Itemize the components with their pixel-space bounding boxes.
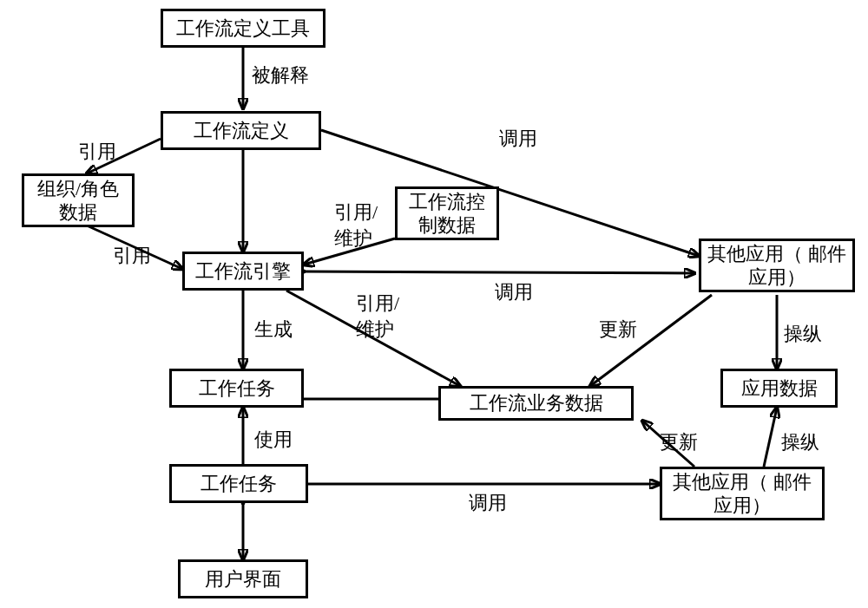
lbl-update-1: 更新 (599, 317, 637, 343)
box-other-app2: 其他应用（ 邮件 应用） (660, 467, 825, 520)
box-ctrl-data: 工作流控 制数据 (395, 186, 499, 240)
box-work-task1: 工作任务 (169, 369, 304, 408)
lbl-invoke-2: 调用 (495, 279, 533, 305)
svg-line-6 (304, 271, 694, 273)
lbl-ref-1: 引用 (78, 139, 116, 165)
box-def-tool-text: 工作流定义工具 (176, 16, 310, 41)
box-work-task2: 工作任务 (169, 464, 308, 503)
lbl-invoke-3: 调用 (469, 490, 507, 516)
box-app-data: 应用数据 (720, 369, 838, 408)
box-user-ui-text: 用户界面 (205, 567, 281, 592)
lbl-update-2: 更新 (660, 429, 698, 455)
box-definition: 工作流定义 (161, 111, 321, 150)
box-other-app1-text: 其他应用（ 邮件 应用） (707, 242, 846, 290)
lbl-generate: 生成 (254, 317, 293, 343)
lbl-refmaint-2: 引用/ 维护 (356, 291, 399, 343)
diagram-canvas: 工作流定义工具 工作流定义 组织/角色 数据 工作流引擎 工作流控 制数据 其他… (0, 0, 868, 608)
lbl-manip-2: 操纵 (781, 429, 819, 455)
box-biz-data: 工作流业务数据 (438, 386, 634, 421)
box-ctrl-data-text: 工作流控 制数据 (409, 190, 485, 238)
lbl-manip-1: 操纵 (784, 321, 822, 347)
box-work-task1-text: 工作任务 (199, 376, 275, 401)
lbl-use: 使用 (254, 427, 293, 453)
box-work-task2-text: 工作任务 (201, 472, 277, 496)
lbl-refmaint-1: 引用/ 维护 (334, 199, 378, 252)
box-engine-text: 工作流引擎 (195, 259, 291, 284)
box-org-role-text: 组织/角色 数据 (37, 177, 119, 225)
lbl-ref-2: 引用 (113, 243, 151, 269)
svg-line-15 (764, 408, 777, 467)
box-engine: 工作流引擎 (182, 252, 304, 291)
box-user-ui: 用户界面 (178, 559, 308, 598)
box-definition-text: 工作流定义 (194, 119, 289, 143)
box-biz-data-text: 工作流业务数据 (470, 391, 603, 415)
box-def-tool: 工作流定义工具 (161, 9, 326, 48)
box-other-app2-text: 其他应用（ 邮件 应用） (673, 470, 812, 518)
box-app-data-text: 应用数据 (741, 376, 818, 401)
box-other-app1: 其他应用（ 邮件 应用） (699, 239, 855, 292)
lbl-invoke-1: 调用 (499, 126, 537, 152)
lbl-interpreted: 被解释 (252, 62, 309, 88)
box-org-role: 组织/角色 数据 (22, 173, 135, 227)
